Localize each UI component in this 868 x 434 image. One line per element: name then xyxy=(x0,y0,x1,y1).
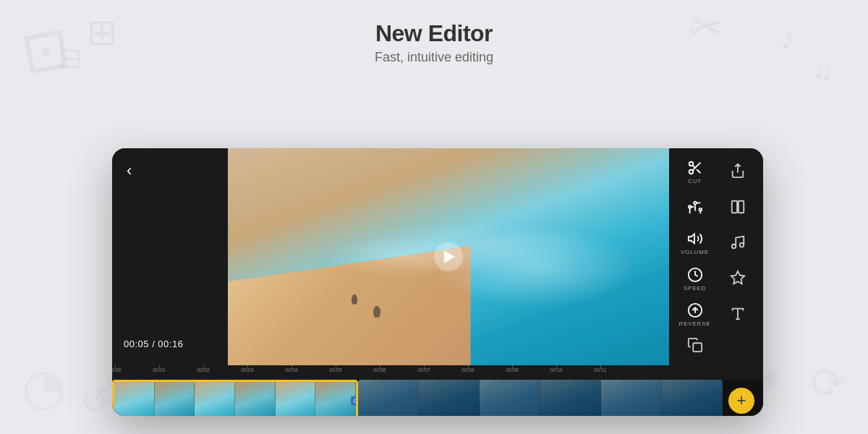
clip-frames xyxy=(114,382,356,416)
page-header: New Editor Fast, intuitive editing xyxy=(0,0,868,78)
svg-line-4 xyxy=(692,165,695,168)
ruler-mark-11: 00:11 xyxy=(600,365,644,380)
svg-point-20 xyxy=(731,244,736,249)
ruler-marks-container: 00:00 00:01 00:02 00:03 00:04 00:05 00:0… xyxy=(112,365,647,380)
timecode-display: 00:05 / 00:16 xyxy=(124,339,183,355)
svg-rect-18 xyxy=(738,200,743,213)
svg-rect-28 xyxy=(693,343,702,352)
clip-frame-6 xyxy=(315,382,356,416)
timeline-ruler: 00:00 00:01 00:02 00:03 00:04 00:05 00:0… xyxy=(112,365,763,380)
plain-frame-1 xyxy=(358,380,419,416)
device-mockup: ‹ 00:05 / 00:16 xyxy=(112,148,763,416)
timeline-section: 00:00 00:01 00:02 00:03 00:04 00:05 00:0… xyxy=(112,365,763,416)
tool-tone[interactable] xyxy=(675,191,715,224)
clip-frame-1 xyxy=(114,382,155,416)
surfer-figure-1 xyxy=(352,294,357,305)
device-left-panel: ‹ 00:05 / 00:16 xyxy=(112,148,228,365)
plain-frame-2 xyxy=(419,380,480,416)
timeline-clips-area[interactable]: 00:06 + xyxy=(112,380,763,416)
tool-music[interactable] xyxy=(718,227,757,260)
svg-point-9 xyxy=(694,201,697,204)
svg-line-3 xyxy=(697,169,700,173)
tool-speed[interactable]: SPEED xyxy=(675,263,715,295)
device-top-section: ‹ 00:05 / 00:16 xyxy=(112,148,763,365)
svg-point-1 xyxy=(689,169,693,174)
tool-share[interactable] xyxy=(718,156,757,188)
tool-effects[interactable] xyxy=(718,263,757,295)
tool-reverse[interactable]: REVERSE xyxy=(675,299,715,331)
add-clip-button[interactable]: + xyxy=(728,388,754,414)
clip-frame-2 xyxy=(155,382,195,416)
unselected-clip[interactable] xyxy=(358,380,723,416)
tool-reverse-label: REVERSE xyxy=(679,320,711,327)
tool-cut-label: CUT xyxy=(688,178,702,184)
plain-frame-4 xyxy=(540,380,601,416)
tool-volume-label: VOLUME xyxy=(681,249,709,255)
surfer-figure-2 xyxy=(373,306,380,318)
clips-row: 00:06 + xyxy=(112,380,760,416)
svg-marker-23 xyxy=(731,271,744,284)
play-icon xyxy=(444,250,455,263)
selected-clip[interactable]: 00:06 xyxy=(112,380,358,416)
svg-rect-17 xyxy=(731,200,736,213)
tool-split[interactable] xyxy=(718,191,757,224)
tool-text[interactable] xyxy=(718,299,757,331)
clip-frame-3 xyxy=(195,382,235,416)
back-button[interactable]: ‹ xyxy=(124,158,135,183)
svg-point-11 xyxy=(699,208,702,210)
page-title: New Editor xyxy=(0,20,868,47)
clip-frame-4 xyxy=(235,382,276,416)
svg-marker-19 xyxy=(688,234,694,244)
clip-frame-5 xyxy=(276,382,316,416)
tool-cut[interactable]: CUT xyxy=(675,156,715,188)
play-button[interactable] xyxy=(434,242,463,271)
plain-frame-5 xyxy=(601,380,662,416)
tool-speed-label: SPEED xyxy=(684,285,706,292)
video-preview xyxy=(228,148,669,365)
svg-point-21 xyxy=(739,243,744,247)
playhead-label: 00:06 xyxy=(351,396,358,406)
page-subtitle: Fast, intuitive editing xyxy=(0,50,868,65)
plain-frame-6 xyxy=(662,380,723,416)
tools-panel: CUT xyxy=(669,148,763,365)
tool-copy[interactable] xyxy=(675,334,715,358)
svg-point-0 xyxy=(689,161,693,166)
tool-volume[interactable]: VOLUME xyxy=(675,227,715,260)
plain-frame-3 xyxy=(480,380,540,416)
